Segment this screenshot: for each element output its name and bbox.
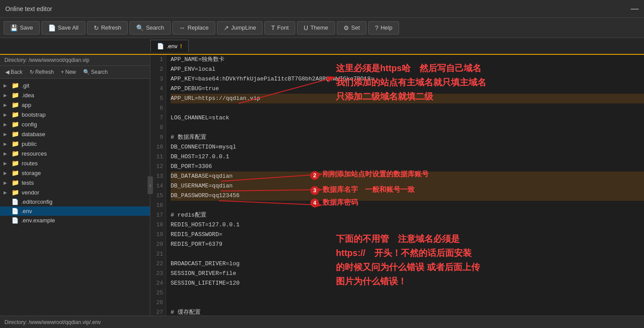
code-line: REDIS_PORT=6379 (171, 240, 644, 249)
set-button[interactable]: ⚙Set (337, 21, 367, 34)
minimize-button[interactable]: — (631, 4, 639, 13)
folder-icon: 📁 (11, 130, 19, 137)
tree-item-bootstrap[interactable]: ▶📁bootstrap (0, 110, 150, 119)
tab-label: .env (167, 43, 178, 50)
sidebar-directory-label: Directory: /www/wwwroot/qqdian.vip (0, 55, 150, 66)
tree-item-app[interactable]: ▶📁app (0, 100, 150, 110)
save-button[interactable]: 💾Save (4, 21, 40, 34)
theme-icon: U (304, 24, 308, 31)
tree-item-idea[interactable]: ▶📁.idea (0, 90, 150, 100)
tree-arrow-icon: ▶ (4, 190, 9, 195)
tree-arrow-icon: ▶ (4, 180, 9, 185)
tree-arrow-icon: ▶ (4, 132, 9, 137)
set-icon: ⚙ (343, 24, 349, 31)
save-all-button[interactable]: 📄Save All (42, 21, 85, 34)
tree-arrow-icon: ▶ (4, 93, 9, 98)
tab-file-icon: 📄 (157, 43, 164, 50)
folder-icon: 📁 (11, 189, 19, 196)
tree-label: .idea (22, 92, 34, 99)
tree-label: app (22, 102, 31, 108)
code-line: # 数据库配置 (171, 133, 644, 142)
code-line (171, 288, 644, 298)
tree-label: bootstrap (22, 111, 46, 118)
code-line: SESSION_DRIVER=file (171, 269, 644, 278)
sidebar-search-button[interactable]: 🔍 Search (81, 68, 110, 76)
code-line: DB_CONNECTION=mysql (171, 142, 644, 152)
tree-label: .env (21, 208, 32, 214)
tree-item-config[interactable]: ▶📁config (0, 119, 150, 129)
file-tree: ▶📁.git▶📁.idea▶📁app▶📁bootstrap▶📁config▶📁d… (0, 79, 150, 316)
code-content[interactable]: APP_NAME=独角数卡APP_ENV=localAPP_KEY=base64… (166, 55, 644, 316)
folder-icon: 📁 (11, 82, 19, 89)
status-bar: Directory: /www/wwwroot/qqdian.vip/.env (0, 316, 644, 328)
help-button[interactable]: ?Help (368, 21, 399, 34)
help-icon: ? (375, 24, 378, 31)
tree-label: public (22, 141, 37, 147)
tree-label: config (22, 121, 37, 128)
tree-item-resources[interactable]: ▶📁resources (0, 149, 150, 158)
jumpline-icon: ↗ (224, 24, 229, 31)
folder-icon: 📁 (11, 92, 19, 99)
tree-arrow-icon: ▶ (4, 161, 9, 166)
jumpline-button[interactable]: ↗JumpLine (217, 21, 263, 34)
folder-icon: 📁 (11, 150, 19, 157)
app-title: Online text editor (5, 5, 631, 12)
code-line: # 缓存配置 (171, 308, 644, 316)
tree-label: .env.example (21, 217, 55, 224)
code-line: APP_URL=https://qqdian.vip (171, 94, 644, 103)
tree-item-tests[interactable]: ▶📁tests (0, 178, 150, 187)
main-area: Directory: /www/wwwroot/qqdian.vip ◀ Bac… (0, 55, 644, 316)
code-line: APP_KEY=base64:hDVkYhfkUjaePiaI1tcBT7G8b… (171, 74, 644, 84)
save-icon: 💾 (10, 24, 18, 31)
tree-item-env-example[interactable]: 📄.env.example (0, 216, 150, 225)
code-line: APP_DEBUG=true (171, 84, 644, 94)
tree-item-vendor[interactable]: ▶📁vendor (0, 187, 150, 197)
code-line: APP_ENV=local (171, 65, 644, 74)
tree-item-storage[interactable]: ▶📁storage (0, 168, 150, 178)
code-line (171, 201, 644, 210)
replace-icon: ↔ (179, 24, 185, 31)
code-line: SESSION_LIFETIME=120 (171, 278, 644, 288)
tree-item-public[interactable]: ▶📁public (0, 139, 150, 149)
editor-container: 1234567891011121314151617181920212223242… (150, 55, 644, 316)
code-line: # redis配置 (171, 210, 644, 220)
font-icon: T (271, 24, 275, 31)
tree-item-git[interactable]: ▶📁.git (0, 80, 150, 90)
tab-env[interactable]: 📄 .env ! (150, 40, 189, 52)
code-line: DB_PORT=3306 (171, 162, 644, 172)
folder-icon: 📁 (11, 101, 19, 108)
code-line: DB_PASSWORD=qq123456 (171, 191, 644, 201)
tab-bar: 📄 .env ! (0, 38, 644, 55)
theme-button[interactable]: UTheme (297, 21, 335, 34)
sidebar-refresh-button[interactable]: ↻ Refresh (28, 68, 56, 76)
folder-icon: 📁 (11, 111, 19, 118)
code-line: BROADCAST_DRIVER=log (171, 259, 644, 269)
search-button[interactable]: 🔍Search (130, 21, 171, 34)
sidebar-collapse-handle[interactable]: ‹ (148, 176, 153, 194)
replace-button[interactable]: ↔Replace (172, 21, 215, 34)
refresh-button[interactable]: ↻Refresh (87, 21, 128, 34)
main-toolbar: 💾Save 📄Save All ↻Refresh 🔍Search ↔Replac… (0, 18, 644, 38)
tree-label: .git (22, 82, 29, 89)
font-button[interactable]: TFont (264, 21, 295, 34)
back-button[interactable]: ◀ Back (4, 68, 24, 76)
tree-item-env[interactable]: 📄.env (0, 206, 150, 216)
tree-arrow-icon: ▶ (4, 103, 9, 107)
tree-item-routes[interactable]: ▶📁routes (0, 158, 150, 168)
file-icon: 📄 (11, 217, 19, 224)
tree-arrow-icon: ▶ (4, 141, 9, 146)
tree-arrow-icon: ▶ (4, 83, 9, 88)
folder-icon: 📁 (11, 140, 19, 147)
tree-item-editorconfig[interactable]: 📄.editorconfig (0, 197, 150, 206)
folder-icon: 📁 (11, 179, 19, 186)
tab-warn-icon: ! (180, 43, 182, 50)
file-icon: 📄 (11, 198, 19, 205)
code-line: REDIS_PASSWORD= (171, 230, 644, 240)
title-bar: Online text editor — (0, 0, 644, 18)
new-button[interactable]: + New (59, 68, 78, 76)
tree-label: resources (22, 150, 47, 157)
code-line: DB_DATABASE=qqdian (171, 172, 644, 181)
code-line: LOG_CHANNEL=stack (171, 113, 644, 123)
tree-item-database[interactable]: ▶📁database (0, 129, 150, 139)
code-line (171, 103, 644, 113)
